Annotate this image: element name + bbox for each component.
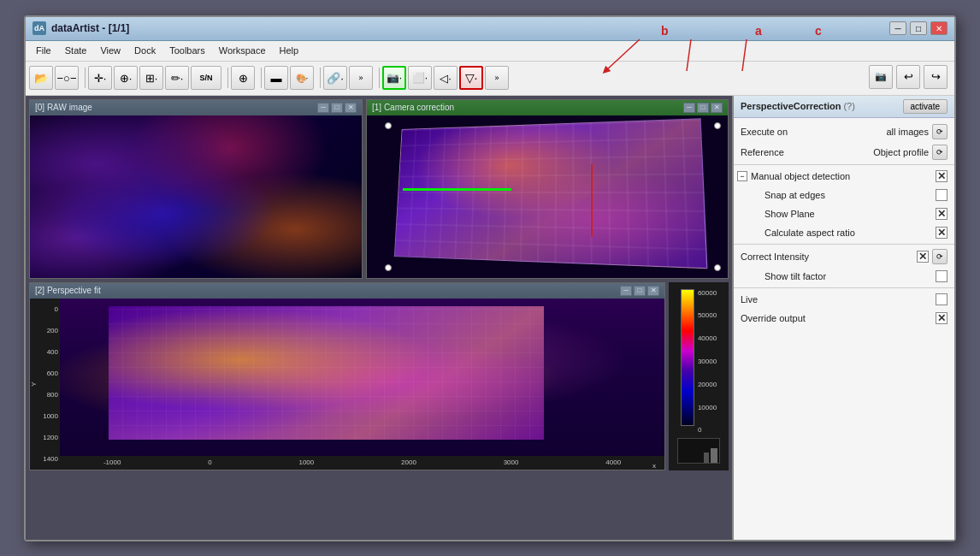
panel-maximize-perspective[interactable]: □ [634,286,646,296]
skewed-solar-panel [394,118,707,269]
window-controls: ─ □ ✕ [889,21,948,35]
calc-aspect-checkbox[interactable]: ✕ [936,227,948,239]
reference-label: Reference [741,147,870,157]
settings-header: PerspectiveCorrection (?) activate [734,96,954,118]
open-button[interactable]: 📂 [29,66,53,90]
execute-on-btn[interactable]: ⟳ [932,124,948,139]
colorbar [681,289,694,426]
axis-button[interactable]: ⊕ [231,66,255,90]
corner-handle-tl[interactable] [385,122,392,129]
menu-view[interactable]: View [93,44,127,57]
filter-button[interactable]: ▽· [459,66,483,90]
corner-handle-bl[interactable] [385,264,392,271]
toolbar-group-view: ⊕ [231,66,255,90]
undo-button[interactable]: ↩ [896,65,920,89]
setting-override-output: Override output ✕ [734,309,954,328]
corner-handle-br[interactable] [714,264,721,271]
reference-btn[interactable]: ⟳ [932,145,948,160]
corner-handle-tr[interactable] [714,122,721,129]
correct-intensity-checkbox[interactable]: ✕ [917,251,929,263]
setting-calc-aspect-ratio: Calculate aspect ratio ✕ [734,223,954,242]
toolbar-sep-5 [379,68,380,88]
annotation-a: a [755,24,762,38]
menu-workspace[interactable]: Workspace [212,44,273,57]
show-tilt-checkbox[interactable] [936,270,948,282]
camera-correction-body [367,115,728,278]
snap-edges-checkbox[interactable] [936,189,948,201]
select-tool-button[interactable]: ⊞· [139,66,163,90]
camera-correction-panel: [1] Camera correction ─ □ ✕ [366,99,729,279]
live-label: Live [741,294,936,305]
cursor-tool-button[interactable]: ✛· [88,66,112,90]
camera-top-button[interactable]: 📷 [869,65,893,89]
maximize-button[interactable]: □ [910,21,927,35]
panel-close-perspective[interactable]: ✕ [647,286,659,296]
menu-toolbars[interactable]: Toolbars [162,44,212,57]
divider-2 [734,244,954,245]
canvas-area: [0] RAW image ─ □ ✕ [1] Camera corr [26,96,732,540]
panel-minimize-raw[interactable]: ─ [317,103,329,113]
app-window: dA dataArtist - [1/1] ─ □ ✕ File State V… [24,15,956,541]
toolbar-group-file: 📂 −○− [29,66,79,90]
close-button[interactable]: ✕ [930,21,948,35]
setting-snap-edges: Snap at edges [734,186,954,204]
panel-close-raw[interactable]: ✕ [345,103,357,113]
rotate-left-button[interactable]: ◁· [434,66,458,90]
redo-button[interactable]: ↪ [924,65,948,89]
more-button-2[interactable]: » [485,66,509,90]
calc-aspect-label: Calculate aspect ratio [765,228,936,238]
setting-show-tilt: Show tilt factor [734,267,954,286]
colormap-button[interactable]: ▬ [264,66,288,90]
menu-bar: File State View Dock Toolbars Workspace … [26,41,954,62]
colorbar-labels: 60000 50000 40000 30000 20000 10000 0 [698,289,717,435]
live-checkbox[interactable] [936,293,948,305]
setting-live: Live [734,290,954,309]
correct-intensity-btn[interactable]: ⟳ [932,249,948,264]
window-title: dataArtist - [1/1] [51,22,889,34]
link-button[interactable]: 🔗· [323,66,347,90]
setting-reference: Reference Object profile ⟳ [734,142,954,163]
camera-button[interactable]: 📷· [382,66,406,90]
panel-maximize-camera[interactable]: □ [697,103,709,113]
panel-close-camera[interactable]: ✕ [711,103,723,113]
minimize-button[interactable]: ─ [889,21,906,35]
snap-edges-label: Snap at edges [765,190,936,200]
x-axis-title: x [652,462,656,470]
perspective-fit-title: [2] Perspective fit ─ □ ✕ [30,283,664,299]
top-panels: [0] RAW image ─ □ ✕ [1] Camera corr [29,99,729,279]
setting-manual-object-detection: − Manual object detection ✕ [734,167,954,186]
move-tool-button[interactable]: ⊕· [114,66,138,90]
toolbar-sep-2 [227,68,228,88]
pin-button[interactable]: −○− [55,66,79,90]
raw-image-title: [0] RAW image ─ □ ✕ [30,100,362,115]
show-plane-checkbox[interactable]: ✕ [936,208,948,220]
setting-show-plane: Show Plane ✕ [734,204,954,223]
histogram [677,438,720,464]
draw-tool-button[interactable]: ✏· [165,66,189,90]
activate-button[interactable]: activate [903,99,948,114]
override-output-checkbox[interactable]: ✕ [936,312,948,324]
more-button-1[interactable]: » [349,66,373,90]
setting-execute-on: Execute on all images ⟳ [734,121,954,142]
panel-maximize-raw[interactable]: □ [331,103,343,113]
panel-minimize-camera[interactable]: ─ [683,103,695,113]
menu-help[interactable]: Help [273,44,306,57]
toolbar-group-link: 🔗· » [323,66,373,90]
manual-detection-label: Manual object detection [751,171,936,181]
execute-on-value: all images [886,127,929,137]
menu-state[interactable]: State [58,44,94,57]
top-right-buttons: 📷 ↩ ↪ [869,65,948,89]
menu-dock[interactable]: Dock [127,44,162,57]
menu-file[interactable]: File [29,44,58,57]
raw-image-panel: [0] RAW image ─ □ ✕ [29,99,363,279]
signal-noise-button[interactable]: S/N [191,66,221,90]
manual-detection-checkbox[interactable]: ✕ [936,170,948,182]
panel-controls-perspective: ─ □ ✕ [620,286,659,296]
panel-controls-raw: ─ □ ✕ [317,103,357,113]
main-content: [0] RAW image ─ □ ✕ [1] Camera corr [26,96,954,540]
palette-button[interactable]: 🎨· [290,66,314,90]
toggle-manual-detection[interactable]: − [737,171,747,181]
transform-button[interactable]: ⬜· [408,66,432,90]
panel-minimize-perspective[interactable]: ─ [620,286,632,296]
right-settings-panel: PerspectiveCorrection (?) activate Execu… [732,96,954,540]
